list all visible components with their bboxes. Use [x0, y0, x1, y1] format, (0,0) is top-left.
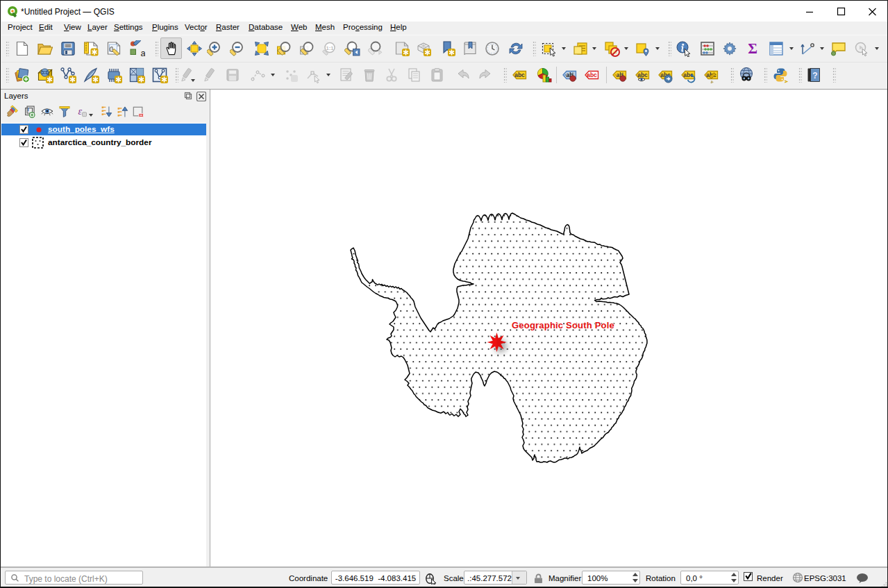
- svg-text:?: ?: [812, 71, 817, 81]
- svg-text:abc: abc: [637, 72, 648, 78]
- svg-text:ε: ε: [78, 106, 83, 117]
- svg-text:a: a: [141, 47, 146, 57]
- svg-text:abc: abc: [514, 72, 525, 78]
- svg-text:abc: abc: [587, 72, 597, 78]
- svg-text:Σ: Σ: [748, 40, 757, 57]
- svg-text:1:1: 1:1: [326, 44, 334, 51]
- svg-text:Geographic South Pole: Geographic South Pole: [512, 320, 614, 330]
